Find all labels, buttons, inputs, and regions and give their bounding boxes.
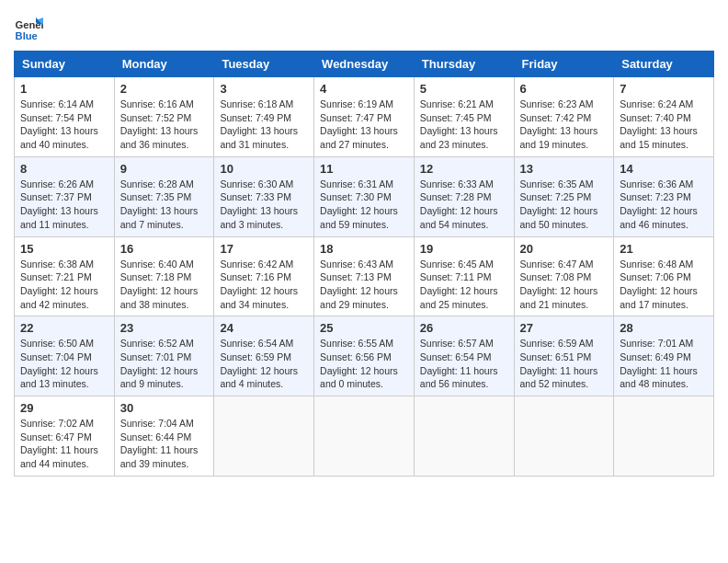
calendar-cell: 23Sunrise: 6:52 AM Sunset: 7:01 PM Dayli… — [114, 316, 214, 396]
day-info: Sunrise: 6:26 AM Sunset: 7:37 PM Dayligh… — [20, 178, 108, 232]
day-number: 11 — [320, 162, 408, 176]
day-number: 3 — [220, 82, 308, 96]
col-header-wednesday: Wednesday — [314, 52, 415, 77]
day-number: 17 — [220, 242, 308, 256]
logo-icon: General Blue — [14, 14, 43, 43]
calendar-cell: 17Sunrise: 6:42 AM Sunset: 7:16 PM Dayli… — [214, 236, 314, 316]
svg-text:Blue: Blue — [16, 30, 38, 41]
day-info: Sunrise: 6:59 AM Sunset: 6:51 PM Dayligh… — [520, 337, 609, 391]
page-header: General Blue — [14, 14, 714, 43]
day-number: 5 — [420, 82, 508, 96]
day-info: Sunrise: 6:21 AM Sunset: 7:45 PM Dayligh… — [420, 98, 508, 152]
day-number: 28 — [620, 321, 708, 335]
calendar-cell: 12Sunrise: 6:33 AM Sunset: 7:28 PM Dayli… — [414, 156, 514, 236]
day-info: Sunrise: 6:38 AM Sunset: 7:21 PM Dayligh… — [20, 258, 108, 312]
calendar-cell: 3Sunrise: 6:18 AM Sunset: 7:49 PM Daylig… — [214, 77, 314, 157]
calendar-cell: 9Sunrise: 6:28 AM Sunset: 7:35 PM Daylig… — [114, 156, 214, 236]
day-info: Sunrise: 6:52 AM Sunset: 7:01 PM Dayligh… — [120, 337, 209, 391]
day-info: Sunrise: 6:55 AM Sunset: 6:56 PM Dayligh… — [320, 337, 408, 391]
day-number: 8 — [20, 162, 108, 176]
calendar-cell — [414, 396, 514, 477]
calendar-cell: 11Sunrise: 6:31 AM Sunset: 7:30 PM Dayli… — [314, 156, 415, 236]
day-number: 24 — [220, 321, 308, 335]
calendar-cell: 1Sunrise: 6:14 AM Sunset: 7:54 PM Daylig… — [15, 77, 115, 157]
day-number: 14 — [620, 162, 708, 176]
calendar-week-5: 29Sunrise: 7:02 AM Sunset: 6:47 PM Dayli… — [15, 396, 714, 477]
calendar-cell: 25Sunrise: 6:55 AM Sunset: 6:56 PM Dayli… — [314, 316, 415, 396]
day-number: 9 — [120, 162, 209, 176]
day-number: 22 — [20, 321, 108, 335]
day-number: 29 — [20, 401, 108, 415]
calendar-week-4: 22Sunrise: 6:50 AM Sunset: 7:04 PM Dayli… — [15, 316, 714, 396]
day-info: Sunrise: 7:02 AM Sunset: 6:47 PM Dayligh… — [20, 417, 108, 471]
day-info: Sunrise: 6:40 AM Sunset: 7:18 PM Dayligh… — [120, 258, 209, 312]
calendar-cell: 19Sunrise: 6:45 AM Sunset: 7:11 PM Dayli… — [414, 236, 514, 316]
day-info: Sunrise: 6:43 AM Sunset: 7:13 PM Dayligh… — [320, 258, 408, 312]
day-number: 21 — [620, 242, 708, 256]
day-number: 13 — [520, 162, 609, 176]
day-info: Sunrise: 6:28 AM Sunset: 7:35 PM Dayligh… — [120, 178, 209, 232]
calendar-cell: 16Sunrise: 6:40 AM Sunset: 7:18 PM Dayli… — [114, 236, 214, 316]
day-number: 18 — [320, 242, 408, 256]
day-number: 20 — [520, 242, 609, 256]
day-number: 27 — [520, 321, 609, 335]
calendar-cell: 24Sunrise: 6:54 AM Sunset: 6:59 PM Dayli… — [214, 316, 314, 396]
calendar-cell: 6Sunrise: 6:23 AM Sunset: 7:42 PM Daylig… — [514, 77, 614, 157]
day-number: 30 — [120, 401, 209, 415]
calendar-cell: 7Sunrise: 6:24 AM Sunset: 7:40 PM Daylig… — [614, 77, 714, 157]
day-info: Sunrise: 6:16 AM Sunset: 7:52 PM Dayligh… — [120, 98, 209, 152]
day-info: Sunrise: 7:04 AM Sunset: 6:44 PM Dayligh… — [120, 417, 209, 471]
calendar-cell — [214, 396, 314, 477]
day-number: 12 — [420, 162, 508, 176]
calendar-cell — [614, 396, 714, 477]
day-info: Sunrise: 6:57 AM Sunset: 6:54 PM Dayligh… — [420, 337, 508, 391]
day-number: 16 — [120, 242, 209, 256]
col-header-friday: Friday — [514, 52, 614, 77]
day-number: 25 — [320, 321, 408, 335]
day-number: 4 — [320, 82, 408, 96]
calendar-week-3: 15Sunrise: 6:38 AM Sunset: 7:21 PM Dayli… — [15, 236, 714, 316]
calendar-cell: 2Sunrise: 6:16 AM Sunset: 7:52 PM Daylig… — [114, 77, 214, 157]
calendar-cell: 4Sunrise: 6:19 AM Sunset: 7:47 PM Daylig… — [314, 77, 415, 157]
calendar-cell: 26Sunrise: 6:57 AM Sunset: 6:54 PM Dayli… — [414, 316, 514, 396]
logo: General Blue — [14, 14, 43, 43]
col-header-thursday: Thursday — [414, 52, 514, 77]
calendar-cell — [314, 396, 415, 477]
day-number: 15 — [20, 242, 108, 256]
calendar-cell: 22Sunrise: 6:50 AM Sunset: 7:04 PM Dayli… — [15, 316, 115, 396]
calendar-cell: 27Sunrise: 6:59 AM Sunset: 6:51 PM Dayli… — [514, 316, 614, 396]
day-info: Sunrise: 7:01 AM Sunset: 6:49 PM Dayligh… — [620, 337, 708, 391]
calendar-cell — [514, 396, 614, 477]
day-info: Sunrise: 6:24 AM Sunset: 7:40 PM Dayligh… — [620, 98, 708, 152]
day-number: 6 — [520, 82, 609, 96]
day-number: 23 — [120, 321, 209, 335]
day-info: Sunrise: 6:50 AM Sunset: 7:04 PM Dayligh… — [20, 337, 108, 391]
day-number: 1 — [20, 82, 108, 96]
col-header-saturday: Saturday — [614, 52, 714, 77]
day-number: 26 — [420, 321, 508, 335]
day-number: 10 — [220, 162, 308, 176]
calendar-week-2: 8Sunrise: 6:26 AM Sunset: 7:37 PM Daylig… — [15, 156, 714, 236]
day-number: 2 — [120, 82, 209, 96]
calendar-cell: 8Sunrise: 6:26 AM Sunset: 7:37 PM Daylig… — [15, 156, 115, 236]
day-number: 7 — [620, 82, 708, 96]
day-number: 19 — [420, 242, 508, 256]
calendar-cell: 14Sunrise: 6:36 AM Sunset: 7:23 PM Dayli… — [614, 156, 714, 236]
day-info: Sunrise: 6:54 AM Sunset: 6:59 PM Dayligh… — [220, 337, 308, 391]
day-info: Sunrise: 6:42 AM Sunset: 7:16 PM Dayligh… — [220, 258, 308, 312]
col-header-sunday: Sunday — [15, 52, 115, 77]
calendar-cell: 29Sunrise: 7:02 AM Sunset: 6:47 PM Dayli… — [15, 396, 115, 477]
day-info: Sunrise: 6:36 AM Sunset: 7:23 PM Dayligh… — [620, 178, 708, 232]
day-info: Sunrise: 6:30 AM Sunset: 7:33 PM Dayligh… — [220, 178, 308, 232]
calendar-cell: 13Sunrise: 6:35 AM Sunset: 7:25 PM Dayli… — [514, 156, 614, 236]
calendar-week-1: 1Sunrise: 6:14 AM Sunset: 7:54 PM Daylig… — [15, 77, 714, 157]
col-header-monday: Monday — [114, 52, 214, 77]
calendar-cell: 21Sunrise: 6:48 AM Sunset: 7:06 PM Dayli… — [614, 236, 714, 316]
calendar-cell: 5Sunrise: 6:21 AM Sunset: 7:45 PM Daylig… — [414, 77, 514, 157]
calendar-cell: 28Sunrise: 7:01 AM Sunset: 6:49 PM Dayli… — [614, 316, 714, 396]
calendar-header-row: SundayMondayTuesdayWednesdayThursdayFrid… — [15, 52, 714, 77]
day-info: Sunrise: 6:48 AM Sunset: 7:06 PM Dayligh… — [620, 258, 708, 312]
day-info: Sunrise: 6:14 AM Sunset: 7:54 PM Dayligh… — [20, 98, 108, 152]
calendar-cell: 15Sunrise: 6:38 AM Sunset: 7:21 PM Dayli… — [15, 236, 115, 316]
calendar-cell: 30Sunrise: 7:04 AM Sunset: 6:44 PM Dayli… — [114, 396, 214, 477]
